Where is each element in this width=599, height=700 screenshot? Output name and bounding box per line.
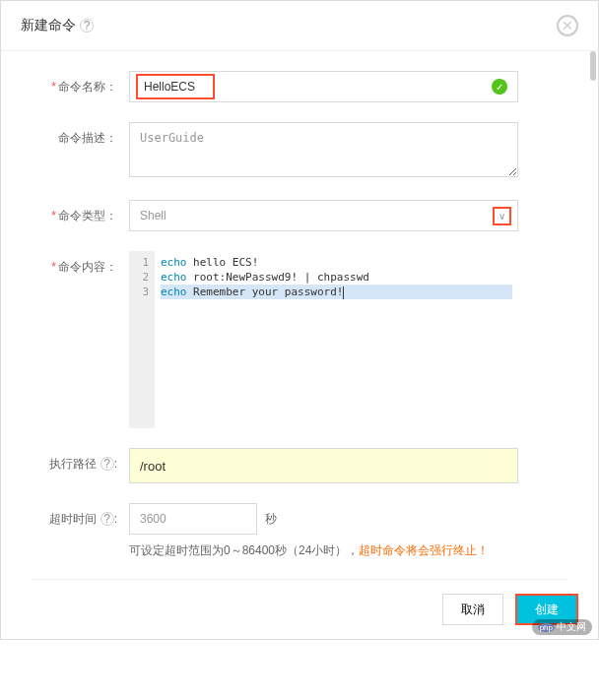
row-exec-path: 执行路径 ?: — [31, 448, 568, 483]
required-mark: * — [51, 80, 56, 94]
row-command-name: *命令名称： HelloECS ✓ — [31, 71, 568, 102]
dialog-title: 新建命令 ? — [21, 17, 94, 34]
scrollbar[interactable] — [590, 51, 596, 81]
code-line-3: echo Remember your password! — [161, 285, 512, 299]
dialog-header: 新建命令 ? ✕ — [1, 1, 598, 51]
control-timeout: 秒 可设定超时范围为0～86400秒（24小时），超时命令将会强行终止！ — [129, 503, 518, 559]
dialog-footer: 取消 创建 php 中文网 — [1, 580, 598, 639]
label-command-name: *命令名称： — [31, 71, 129, 95]
cancel-button[interactable]: 取消 — [442, 594, 503, 625]
row-timeout: 超时时间 ?: 秒 可设定超时范围为0～86400秒（24小时），超时命令将会强… — [31, 503, 568, 559]
control-command-type: Shell ∨ — [129, 200, 518, 231]
dialog-title-text: 新建命令 — [21, 17, 76, 34]
hint-warning: 超时命令将会强行终止！ — [359, 543, 489, 557]
exec-path-input[interactable] — [129, 448, 518, 483]
code-editor[interactable]: 123 echo hello ECS! echo root:NewPasswd9… — [129, 251, 518, 428]
row-command-type: *命令类型： Shell ∨ — [31, 200, 568, 231]
timeout-unit: 秒 — [265, 511, 277, 528]
dialog-body: *命令名称： HelloECS ✓ 命令描述： UserGuide *命令类型： — [1, 51, 598, 580]
row-command-desc: 命令描述： UserGuide — [31, 122, 568, 180]
label-timeout: 超时时间 ?: — [31, 503, 129, 528]
label-command-desc: 命令描述： — [31, 122, 129, 147]
help-icon[interactable]: ? — [100, 512, 114, 526]
control-command-desc: UserGuide — [129, 122, 518, 180]
label-command-type: *命令类型： — [31, 200, 129, 224]
chevron-down-icon: ∨ — [493, 207, 511, 225]
php-badge: php — [538, 623, 555, 632]
valid-check-icon: ✓ — [492, 79, 507, 95]
timeout-input[interactable] — [129, 503, 257, 535]
select-value: Shell — [140, 209, 166, 223]
line-numbers: 123 — [129, 251, 155, 428]
control-command-content: 123 echo hello ECS! echo root:NewPasswd9… — [129, 251, 518, 428]
timeout-hint: 可设定超时范围为0～86400秒（24小时），超时命令将会强行终止！ — [129, 542, 518, 559]
control-exec-path — [129, 448, 518, 483]
close-icon: ✕ — [562, 18, 573, 33]
timeout-wrapper: 秒 — [129, 503, 518, 535]
required-mark: * — [51, 209, 56, 223]
watermark-text: 中文网 — [557, 620, 586, 634]
help-icon[interactable]: ? — [80, 19, 94, 32]
command-name-input[interactable]: HelloECS — [136, 74, 215, 99]
command-desc-textarea[interactable]: UserGuide — [129, 122, 518, 177]
command-type-select[interactable]: Shell ∨ — [129, 200, 518, 231]
create-command-dialog: 新建命令 ? ✕ *命令名称： HelloECS ✓ 命令描述： — [0, 0, 599, 640]
label-exec-path: 执行路径 ?: — [31, 448, 129, 473]
name-input-wrapper: HelloECS ✓ — [129, 71, 518, 102]
code-line-1: echo hello ECS! — [161, 255, 512, 270]
close-button[interactable]: ✕ — [557, 15, 578, 36]
help-icon[interactable]: ? — [100, 457, 114, 471]
row-command-content: *命令内容： 123 echo hello ECS! echo root:New… — [31, 251, 568, 428]
label-command-content: *命令内容： — [31, 251, 129, 276]
watermark: php 中文网 — [532, 619, 592, 635]
code-content[interactable]: echo hello ECS! echo root:NewPasswd9! | … — [155, 251, 518, 428]
control-command-name: HelloECS ✓ — [129, 71, 518, 102]
code-line-2: echo root:NewPasswd9! | chpasswd — [161, 270, 512, 285]
required-mark: * — [51, 260, 56, 274]
